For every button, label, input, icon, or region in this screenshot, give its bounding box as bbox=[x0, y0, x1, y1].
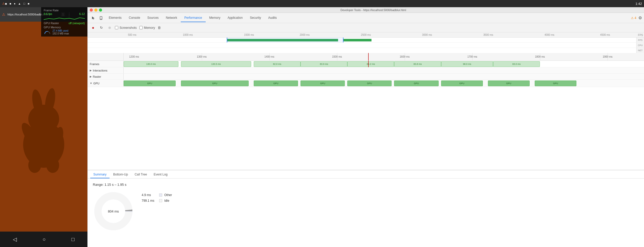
tab-memory[interactable]: Memory bbox=[206, 14, 224, 22]
tab-network[interactable]: Network bbox=[162, 14, 181, 22]
recents-button[interactable]: □ bbox=[71, 236, 75, 242]
ruler-label-spacer bbox=[88, 53, 124, 60]
gpu-block-6[interactable]: GPU bbox=[441, 81, 483, 86]
warning-count: 4 bbox=[634, 16, 636, 20]
memory-max: 192.0 MB max bbox=[52, 32, 69, 35]
range-text: Range: 1.15 s – 1.95 s bbox=[93, 183, 639, 187]
main-tick-1200: 1200 ms bbox=[129, 55, 139, 58]
raster-row-label[interactable]: ▶ Raster bbox=[88, 74, 124, 80]
toolbar-right: ⚠ 4 ⚙ bbox=[631, 15, 642, 20]
tab-console[interactable]: Console bbox=[125, 14, 144, 22]
frame-block-3[interactable]: 83.9 ms bbox=[301, 61, 347, 67]
tick-2000: 2000 ms bbox=[300, 33, 310, 36]
timeline-rows-ruler: 1200 ms 1300 ms 1400 ms 1500 ms 1600 ms … bbox=[88, 53, 644, 61]
cursor-line bbox=[368, 53, 369, 60]
frame-block-6[interactable]: 98.0 ms bbox=[441, 61, 493, 67]
clear-button[interactable]: 🗑 bbox=[158, 26, 161, 30]
stop-button[interactable]: ⊗ bbox=[107, 25, 112, 31]
minimize-window-button[interactable] bbox=[94, 8, 97, 12]
tab-audits[interactable]: Audits bbox=[265, 14, 280, 22]
tab-security[interactable]: Security bbox=[246, 14, 265, 22]
record-button[interactable]: ● bbox=[90, 25, 96, 31]
wifi-icon: ▲ bbox=[18, 2, 21, 5]
fps-bar-2 bbox=[343, 39, 371, 41]
gpu-row-label[interactable]: ▼ GPU bbox=[88, 80, 124, 87]
frame-block-0[interactable]: 130.0 ms bbox=[124, 61, 178, 67]
tab-application[interactable]: Application bbox=[224, 14, 246, 22]
memory-checkbox[interactable] bbox=[139, 26, 143, 29]
close-window-button[interactable] bbox=[90, 8, 93, 12]
phone-icon: ● bbox=[14, 2, 16, 5]
frames-row-content[interactable]: 130.0 ms 133.5 ms 82.0 ms 83.9 ms 84.2 m… bbox=[124, 61, 644, 67]
gpu-block-0[interactable]: GPU bbox=[124, 81, 176, 86]
donut-chart: 804 ms bbox=[93, 191, 134, 232]
memory-arc-icon bbox=[44, 30, 51, 34]
svg-point-7 bbox=[46, 157, 59, 173]
settings-icon[interactable]: ⚙ bbox=[638, 15, 642, 20]
idle-label: Idle bbox=[164, 199, 169, 202]
devtools-tabs: Elements Console Sources Network Perform… bbox=[105, 14, 630, 22]
tick-3500: 3500 ms bbox=[483, 33, 493, 36]
maximize-window-button[interactable] bbox=[99, 8, 102, 12]
battery-icon: □ bbox=[23, 2, 25, 5]
tab-bottom-up[interactable]: Bottom-Up bbox=[110, 171, 131, 178]
interactions-row-content bbox=[124, 67, 644, 73]
interactions-timeline-row: ▶ Interactions bbox=[88, 67, 644, 74]
tab-summary[interactable]: Summary bbox=[90, 171, 110, 178]
tick-500: 500 ms bbox=[128, 33, 137, 36]
gpu-block-8[interactable]: GPU bbox=[535, 81, 576, 86]
timeline-main: 1200 ms 1300 ms 1400 ms 1500 ms 1600 ms … bbox=[88, 53, 644, 170]
tab-call-tree[interactable]: Call Tree bbox=[132, 171, 150, 178]
warning-icon: ⚠ bbox=[2, 12, 5, 16]
reload-record-button[interactable]: ↻ bbox=[98, 25, 104, 31]
memory-used: 27.4 MB used bbox=[52, 29, 69, 32]
gpu-text-7: GPU bbox=[506, 82, 511, 85]
screenshots-checkbox[interactable] bbox=[115, 26, 118, 29]
timeline-overview[interactable]: 500 ms 1000 ms 1500 ms 2000 ms 2500 ms 3… bbox=[88, 32, 644, 53]
gpu-expand-arrow: ▼ bbox=[90, 82, 92, 85]
frame-block-4[interactable]: 84.2 ms bbox=[347, 61, 394, 67]
frame-block-5[interactable]: 83.8 ms bbox=[394, 61, 441, 67]
gpu-block-7[interactable]: GPU bbox=[488, 81, 530, 86]
inspect-tool-button[interactable] bbox=[90, 14, 97, 22]
device-toolbar-button[interactable] bbox=[97, 14, 105, 22]
other-label: Other bbox=[164, 193, 172, 197]
frame-block-2[interactable]: 82.0 ms bbox=[254, 61, 301, 67]
vline-2 bbox=[269, 53, 270, 60]
gpu-block-1[interactable]: GPU bbox=[181, 81, 249, 86]
gpu-row-content[interactable]: GPU GPU GPU GPU GPU GPU GPU GPU GPU bbox=[124, 80, 644, 87]
raster-timeline-row: ▶ Raster bbox=[88, 74, 644, 80]
gpu-block-2[interactable]: GPU bbox=[254, 81, 298, 86]
screenshots-checkbox-group[interactable]: Screenshots bbox=[115, 26, 137, 30]
donut-label: 804 ms bbox=[108, 209, 119, 213]
fps-value: 9.6 fps bbox=[44, 12, 52, 15]
gpu-text-3: GPU bbox=[320, 82, 325, 85]
tab-event-log[interactable]: Event Log bbox=[151, 171, 171, 178]
memory-checkbox-group[interactable]: Memory bbox=[139, 26, 155, 30]
interactions-row-label[interactable]: ▶ Interactions bbox=[88, 67, 124, 73]
bunny-svg bbox=[15, 78, 72, 175]
tab-sources[interactable]: Sources bbox=[144, 14, 162, 22]
main-container: ⚠ https://localhost:5000/badblur.html 1 … bbox=[0, 7, 644, 247]
gpu-block-4[interactable]: GPU bbox=[347, 81, 392, 86]
tab-performance[interactable]: Performance bbox=[181, 14, 206, 22]
frame-block-7[interactable]: 83.0 ms bbox=[493, 61, 540, 67]
summary-legend: 4.9 ms Other 799.1 ms Idle bbox=[142, 191, 172, 202]
tick-1000: 1000 ms bbox=[183, 33, 193, 36]
fps-track: FPS bbox=[88, 38, 644, 43]
frames-row-label: Frames bbox=[88, 61, 124, 67]
back-button[interactable]: ◁ bbox=[13, 236, 17, 242]
tab-elements[interactable]: Elements bbox=[105, 14, 125, 22]
net-track: NET bbox=[88, 48, 644, 53]
frame-block-1[interactable]: 133.5 ms bbox=[181, 61, 251, 67]
svg-point-1 bbox=[28, 105, 59, 133]
home-button[interactable]: ○ bbox=[42, 236, 46, 242]
warning-triangle-icon: ⚠ bbox=[631, 16, 634, 20]
gpu-memory-section: GPU Memory 27.4 MB used 192.0 MB max bbox=[44, 26, 85, 35]
summary-body: 804 ms 4.9 ms Other 799.1 ms Idle bbox=[93, 191, 639, 232]
gpu-block-3[interactable]: GPU bbox=[301, 81, 345, 86]
interactions-expand-arrow: ▶ bbox=[90, 69, 92, 72]
warning-badge[interactable]: ⚠ 4 bbox=[631, 16, 636, 20]
gpu-block-5[interactable]: GPU bbox=[394, 81, 438, 86]
fps-graph bbox=[44, 16, 85, 21]
